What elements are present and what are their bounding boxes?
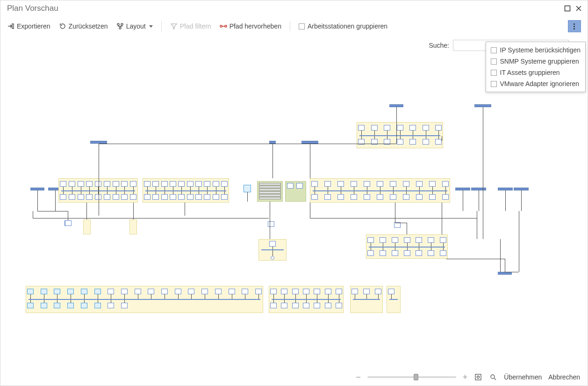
network-node[interactable] xyxy=(229,289,235,294)
network-node[interactable] xyxy=(65,220,72,226)
network-node[interactable] xyxy=(377,181,383,187)
network-node[interactable] xyxy=(409,125,416,131)
network-node[interactable] xyxy=(303,303,309,308)
network-node[interactable] xyxy=(336,303,342,308)
network-node[interactable] xyxy=(311,194,318,200)
workstation-node[interactable] xyxy=(244,185,251,192)
network-node[interactable] xyxy=(442,181,449,187)
zoom-slider[interactable] xyxy=(367,376,456,378)
workstation-node[interactable] xyxy=(27,303,34,308)
network-node[interactable] xyxy=(161,181,168,187)
workstation-node[interactable] xyxy=(54,303,60,308)
network-node[interactable] xyxy=(104,181,110,187)
network-node[interactable] xyxy=(108,303,114,308)
network-node[interactable] xyxy=(296,183,303,189)
network-node[interactable] xyxy=(392,250,398,256)
network-node[interactable] xyxy=(367,237,374,243)
network-node[interactable] xyxy=(416,194,423,200)
menu-item-ip-systems[interactable]: IP Systeme berücksichtigen xyxy=(490,44,582,56)
network-node[interactable] xyxy=(397,139,403,145)
network-node[interactable] xyxy=(351,181,357,187)
highlight-path-button[interactable]: Pfad hervorheben xyxy=(220,22,281,30)
network-node[interactable] xyxy=(113,194,119,200)
workstation-node[interactable] xyxy=(81,289,87,294)
export-button[interactable]: Exportieren xyxy=(7,22,50,30)
slider-thumb[interactable] xyxy=(414,374,418,380)
network-node[interactable] xyxy=(364,181,370,187)
network-node[interactable] xyxy=(213,181,219,187)
network-node[interactable] xyxy=(428,237,434,243)
workstation-node[interactable] xyxy=(67,289,74,294)
workstation-node[interactable] xyxy=(81,303,87,308)
network-node[interactable] xyxy=(130,194,136,200)
network-node[interactable] xyxy=(440,250,446,256)
network-node[interactable] xyxy=(113,181,119,187)
network-node[interactable] xyxy=(403,194,409,200)
network-node[interactable] xyxy=(416,250,422,256)
network-node[interactable] xyxy=(423,125,429,131)
network-node[interactable] xyxy=(311,181,318,187)
workstation-node[interactable] xyxy=(27,289,34,294)
workstation-node[interactable] xyxy=(94,289,101,294)
network-node[interactable] xyxy=(392,237,398,243)
network-node[interactable] xyxy=(242,289,248,294)
network-node[interactable] xyxy=(270,289,277,294)
network-node[interactable] xyxy=(187,194,194,200)
network-node[interactable] xyxy=(325,289,331,294)
network-node[interactable] xyxy=(121,289,128,294)
network-node[interactable] xyxy=(403,181,409,187)
network-node[interactable] xyxy=(195,181,202,187)
network-node[interactable] xyxy=(416,237,422,243)
network-node[interactable] xyxy=(364,194,370,200)
network-node[interactable] xyxy=(375,289,381,294)
network-node[interactable] xyxy=(367,250,374,256)
network-node[interactable] xyxy=(409,139,416,145)
network-node[interactable] xyxy=(416,181,423,187)
zoom-fit-button[interactable] xyxy=(474,373,482,381)
network-node[interactable] xyxy=(287,183,294,189)
network-node[interactable] xyxy=(170,181,176,187)
network-node[interactable] xyxy=(371,125,378,131)
network-node[interactable] xyxy=(351,194,357,200)
grouped-node[interactable] xyxy=(129,219,137,234)
reset-button[interactable]: Zurücksetzen xyxy=(59,22,108,30)
network-node[interactable] xyxy=(380,250,386,256)
network-node[interactable] xyxy=(121,181,128,187)
network-node[interactable] xyxy=(363,289,370,294)
layout-button[interactable]: Layout xyxy=(116,22,153,30)
network-node[interactable] xyxy=(292,303,299,308)
network-node[interactable] xyxy=(187,181,194,187)
network-node[interactable] xyxy=(221,194,228,200)
network-node[interactable] xyxy=(161,194,168,200)
network-node[interactable] xyxy=(390,181,396,187)
network-node[interactable] xyxy=(152,181,159,187)
close-button[interactable] xyxy=(574,3,584,14)
network-node[interactable] xyxy=(60,181,66,187)
network-node[interactable] xyxy=(69,194,75,200)
network-node[interactable] xyxy=(135,289,141,294)
workstation-node[interactable] xyxy=(41,303,47,308)
menu-item-snmp-group[interactable]: SNMP Systeme gruppieren xyxy=(490,56,582,67)
network-node[interactable] xyxy=(388,289,394,294)
network-node[interactable] xyxy=(404,237,410,243)
network-node[interactable] xyxy=(144,194,151,200)
network-node[interactable] xyxy=(121,303,128,308)
network-node[interactable] xyxy=(108,289,114,294)
zoom-in-button[interactable]: + xyxy=(463,372,468,382)
network-node[interactable] xyxy=(337,181,344,187)
network-node[interactable] xyxy=(336,289,342,294)
zoom-out-button[interactable]: − xyxy=(356,372,361,382)
menu-item-it-assets[interactable]: IT Assets gruppieren xyxy=(490,67,582,78)
network-node[interactable] xyxy=(377,194,383,200)
network-node[interactable] xyxy=(204,181,210,187)
network-node[interactable] xyxy=(60,194,66,200)
workstation-node[interactable] xyxy=(67,303,74,308)
network-node[interactable] xyxy=(440,237,446,243)
workstation-node[interactable] xyxy=(41,289,47,294)
network-node[interactable] xyxy=(78,194,84,200)
network-node[interactable] xyxy=(358,125,365,131)
network-node[interactable] xyxy=(130,181,136,187)
network-node[interactable] xyxy=(221,181,228,187)
network-node[interactable] xyxy=(404,250,410,256)
network-node[interactable] xyxy=(337,194,344,200)
